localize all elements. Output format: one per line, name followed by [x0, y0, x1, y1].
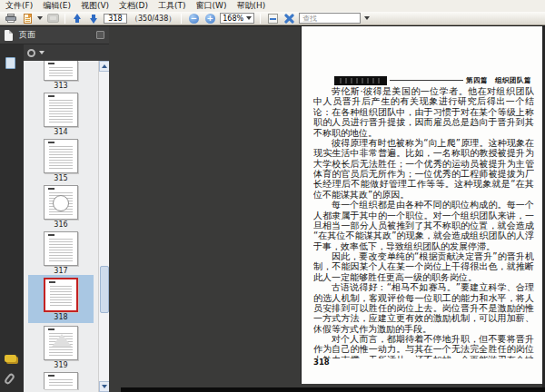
menu-file[interactable]: 文件(F) [5, 0, 33, 12]
paragraph: 对个人而言，都期待着不停地升职，但不要将晋升作为自己的惟一动力。与其在一个无法完… [313, 334, 534, 358]
diagram-circle [53, 195, 69, 211]
page-thumbnail[interactable] [44, 61, 78, 81]
menu-edit[interactable]: 编辑(E) [43, 0, 71, 12]
thumbnail-cell-316[interactable]: 316 [28, 182, 94, 229]
header-rule [390, 80, 463, 81]
page-icon [5, 30, 13, 41]
zoom-in-icon: + [205, 14, 215, 24]
document-view[interactable]: 第四篇 组织团队篇 劳伦斯·彼得是美国的一位学者。他在对组织团队中人员晋升后产生… [109, 26, 545, 392]
book-title-black-bar [334, 76, 387, 85]
export-button[interactable] [21, 13, 34, 24]
next-page-button[interactable] [87, 13, 100, 24]
paragraph: 每一个组织都是由各种不同的职位构成的。每一个人都隶属于其中的一个职位。对一个组织… [313, 200, 534, 251]
paragraph: 古语说得好：“相马不如赛马。”要建立科学、合理的选人机制，客观评价每一位职工的能… [313, 282, 534, 334]
menu-view[interactable]: 视图(V) [81, 0, 109, 12]
thumbnail-cell-317[interactable]: 317 [28, 229, 94, 275]
scrollbar-thumb[interactable] [100, 266, 109, 313]
sidebar-rail [0, 44, 24, 392]
thumbnail-list: 313 314 315 316 [24, 61, 98, 392]
fit-width-button[interactable] [266, 13, 279, 24]
pages-panel-title: 页面 [19, 29, 35, 41]
chevron-down-icon [246, 16, 252, 20]
thumbnail-label: 313 [54, 82, 67, 90]
panel-menu-button[interactable] [96, 31, 104, 39]
thumbnail-label: 318 [54, 313, 67, 321]
menu-window[interactable]: 窗口(W) [196, 0, 227, 12]
thumbnail-cell-313[interactable]: 313 [28, 61, 94, 90]
thumbnail-cell-315[interactable]: 315 [28, 136, 94, 182]
zoom-level-value: 168% [223, 15, 243, 23]
thumbnail-cell-next[interactable] [28, 369, 94, 389]
zoom-in-button[interactable]: + [203, 13, 216, 24]
comments-tab-icon[interactable] [5, 355, 16, 362]
export-dropdown-caret[interactable] [37, 16, 43, 20]
header-section-title: 第四篇 组织团队篇 [466, 76, 531, 85]
export-document-icon [24, 14, 32, 24]
pdf-reader-window: 文件(F) 编辑(E) 视图(V) 文档(D) 工具(T) 窗口(W) 帮助(H… [0, 0, 545, 392]
toolbar: （350/438） − + 168% [0, 12, 545, 25]
page-number: 318 [313, 358, 330, 367]
page-text: 劳伦斯·彼得是美国的一位学者。他在对组织团队中人员晋升后产生的有关现象进行研究后… [313, 86, 534, 358]
page-thumbnail[interactable] [44, 185, 78, 220]
thumbnail-label: 314 [54, 128, 67, 136]
toolbar-separator [64, 14, 65, 24]
paragraph: 彼得原理有时也被称为“向上爬”原理。这种现象在现实生活中非常普遍。比如，一名称职… [313, 138, 534, 200]
page-count-label: （350/438） [131, 14, 175, 24]
print-button[interactable] [5, 13, 17, 24]
fullscreen-button[interactable] [282, 13, 295, 24]
thumbnail-label: 315 [54, 174, 67, 182]
menu-tools[interactable]: 工具(T) [158, 0, 186, 12]
pages-panel-body: 313 314 315 316 [24, 44, 109, 392]
page-thumbnail[interactable] [44, 372, 78, 389]
arrow-up-icon [73, 14, 83, 24]
menu-bar: 文件(F) 编辑(E) 视图(V) 文档(D) 工具(T) 窗口(W) 帮助(H… [0, 0, 545, 12]
previous-view-button-disabled [46, 13, 59, 24]
thumbnail-cell-318-selected[interactable]: 318 [28, 275, 94, 323]
panel-options-row [24, 44, 109, 61]
attachments-tab-icon[interactable] [4, 372, 16, 386]
scroll-down-icon [102, 385, 107, 388]
pages-tab-icon[interactable] [5, 57, 15, 69]
content-area: 页面 313 [0, 26, 545, 392]
fullscreen-arrows-icon [284, 14, 294, 24]
previous-page-button[interactable] [71, 13, 84, 24]
page-thumbnail[interactable] [44, 231, 78, 266]
options-caret-icon[interactable] [39, 51, 45, 54]
page-thumbnail-selected[interactable] [44, 278, 78, 312]
document-page[interactable]: 第四篇 组织团队篇 劳伦斯·彼得是美国的一位学者。他在对组织团队中人员晋升后产生… [302, 26, 542, 384]
thumbnail-label: 319 [54, 361, 67, 369]
page-thumbnail[interactable] [44, 326, 78, 360]
diagram-triangle [52, 334, 72, 347]
arrow-down-icon [89, 14, 99, 24]
document-bottom-edge [121, 387, 545, 392]
pages-panel-header: 页面 [0, 26, 109, 44]
toolbar-separator [260, 14, 261, 24]
thumbnail-scrollbar[interactable] [98, 61, 109, 392]
thumbnail-cell-319[interactable]: 319 [28, 323, 94, 369]
paragraph: 因此，要改变单纯的“根据贡献决定晋升”的晋升机制，不能因某个人在某一个岗位上干得… [313, 251, 534, 282]
navigation-sidebar: 页面 313 [0, 26, 109, 392]
printer-icon [5, 14, 16, 23]
thumbnail-label: 316 [54, 220, 67, 229]
scroll-up-icon [102, 64, 107, 68]
zoom-out-icon: − [189, 14, 199, 24]
toolbar-separator [181, 14, 182, 24]
page-header: 第四篇 组织团队篇 [334, 75, 531, 85]
zoom-out-button[interactable]: − [187, 13, 200, 24]
menu-help[interactable]: 帮助(H) [237, 0, 266, 12]
menu-document[interactable]: 文档(D) [119, 0, 148, 12]
page-thumbnail[interactable] [44, 139, 78, 173]
previous-view-icon [47, 14, 59, 23]
page-thumbnail[interactable] [44, 93, 78, 127]
paragraph: 劳伦斯·彼得是美国的一位学者。他在对组织团队中人员晋升后产生的有关现象进行研究后… [313, 86, 534, 138]
thumbnail-label: 317 [54, 267, 67, 275]
zoom-level-select[interactable]: 168% [220, 13, 254, 24]
gear-icon[interactable] [27, 49, 35, 57]
fit-width-icon [268, 14, 278, 24]
page-number-input[interactable] [104, 14, 127, 24]
thumbnail-cell-314[interactable]: 314 [28, 90, 94, 136]
find-input[interactable] [299, 13, 361, 24]
find-dropdown-caret[interactable] [364, 16, 370, 20]
